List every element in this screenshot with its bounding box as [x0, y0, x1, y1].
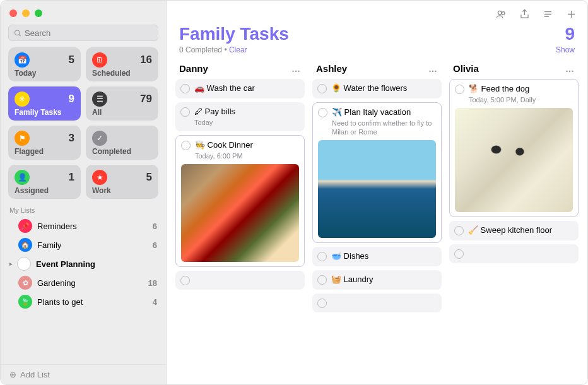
column-name: Danny	[179, 63, 208, 74]
task-item[interactable]: ✈️ Plan Italy vacationNeed to confirm wh…	[312, 102, 442, 243]
smart-list-scheduled[interactable]: 🗓16Scheduled	[86, 47, 158, 81]
list-event-planning[interactable]: ▸Event Planning	[1, 254, 166, 273]
list-name: Plants to get	[37, 297, 83, 307]
svg-line-1	[19, 34, 20, 35]
add-list-button[interactable]: ⊕ Add List	[1, 364, 166, 384]
main-content: Family Tasks 9 0 Completed • Clear Show …	[167, 1, 587, 384]
card-icon: ☰	[92, 92, 107, 107]
task-title: 🖊 Pay bills	[194, 107, 235, 117]
card-label: All	[92, 108, 152, 117]
task-checkbox[interactable]	[317, 252, 327, 261]
task-subtitle: Need to confirm whether to fly to Milan …	[332, 119, 436, 137]
card-icon: 📅	[15, 52, 30, 68]
task-checkbox[interactable]	[317, 275, 327, 285]
task-title: 🧹 Sweep kitchen floor	[468, 225, 552, 236]
column-more-button[interactable]: …	[291, 64, 301, 74]
new-task-placeholder[interactable]	[312, 293, 442, 312]
task-checkbox[interactable]	[180, 276, 190, 285]
task-subtitle: Today, 5:00 PM, Daily	[469, 95, 573, 104]
my-lists-header: My Lists	[1, 199, 166, 216]
smart-list-today[interactable]: 📅5Today	[8, 47, 81, 81]
lists-container: 📌Reminders6🏠Family6▸Event Planning✿Garde…	[1, 216, 166, 364]
list-reminders[interactable]: 📌Reminders6	[1, 216, 166, 235]
chevron-right-icon: ▸	[9, 261, 16, 267]
card-label: Family Tasks	[15, 108, 74, 117]
smart-list-assigned[interactable]: 👤1Assigned	[8, 165, 81, 199]
search-field[interactable]	[8, 25, 158, 41]
list-icon: 📌	[18, 219, 32, 233]
card-count: 9	[69, 93, 74, 105]
task-checkbox[interactable]	[454, 226, 464, 235]
task-image	[318, 140, 436, 238]
task-checkbox[interactable]	[180, 84, 190, 93]
task-item[interactable]: 🥣 Dishes	[312, 247, 442, 266]
card-count: 3	[69, 132, 74, 145]
share-icon[interactable]	[519, 8, 531, 20]
column-olivia: Olivia…🐕 Feed the dogToday, 5:00 PM, Dai…	[449, 61, 579, 384]
task-item[interactable]: 🐕 Feed the dogToday, 5:00 PM, Daily	[449, 79, 579, 217]
add-reminder-icon[interactable]	[565, 8, 577, 20]
task-item[interactable]: 🧑‍🍳 Cook DinnerToday, 6:00 PM	[175, 135, 305, 267]
add-list-label: Add List	[20, 370, 50, 379]
card-count: 79	[140, 93, 152, 105]
task-checkbox[interactable]	[180, 107, 190, 117]
new-task-placeholder[interactable]	[449, 244, 579, 263]
group-icon	[17, 257, 31, 271]
new-task-placeholder[interactable]	[175, 271, 305, 290]
card-count: 5	[146, 171, 152, 184]
card-icon: 👤	[15, 170, 30, 185]
smart-list-completed[interactable]: ✓Completed	[86, 126, 158, 160]
minimize-window-button[interactable]	[22, 9, 30, 17]
task-checkbox[interactable]	[317, 299, 327, 308]
card-label: Completed	[92, 147, 152, 156]
task-checkbox[interactable]	[317, 84, 327, 93]
task-title: 🚗 Wash the car	[194, 83, 255, 94]
task-checkbox[interactable]	[181, 141, 191, 150]
toolbar	[167, 1, 587, 21]
list-plants-to-get[interactable]: 🍃Plants to get4	[1, 292, 166, 311]
view-options-icon[interactable]	[542, 8, 554, 20]
columns-container: Danny…🚗 Wash the car🖊 Pay billsToday🧑‍🍳 …	[167, 61, 587, 384]
column-more-button[interactable]: …	[428, 64, 438, 74]
card-label: Assigned	[15, 186, 74, 195]
task-item[interactable]: 🌻 Water the flowers	[312, 79, 442, 98]
completed-count: 0 Completed	[179, 45, 222, 54]
task-title: 🧺 Laundry	[331, 275, 373, 285]
task-item[interactable]: 🖊 Pay billsToday	[175, 102, 305, 131]
task-title: 🥣 Dishes	[331, 251, 368, 262]
search-icon	[14, 29, 21, 37]
search-input[interactable]	[25, 28, 153, 38]
list-count: 9	[565, 24, 575, 44]
sidebar: 📅5Today🗓16Scheduled✳9Family Tasks☰79All⚑…	[1, 1, 167, 384]
smart-list-flagged[interactable]: ⚑3Flagged	[8, 126, 81, 160]
show-button[interactable]: Show	[556, 45, 575, 54]
column-header: Olivia…	[449, 61, 579, 79]
task-checkbox[interactable]	[454, 249, 464, 259]
task-item[interactable]: 🧹 Sweep kitchen floor	[449, 221, 579, 240]
card-icon: ✳	[15, 92, 30, 107]
task-item[interactable]: 🚗 Wash the car	[175, 79, 305, 98]
smart-list-work[interactable]: ★5Work	[86, 165, 158, 199]
column-more-button[interactable]: …	[565, 64, 575, 74]
card-count: 5	[69, 54, 74, 66]
card-count: 16	[140, 54, 152, 66]
fullscreen-window-button[interactable]	[35, 9, 42, 17]
task-image	[455, 108, 573, 212]
task-title: 🧑‍🍳 Cook Dinner	[195, 140, 253, 151]
task-item[interactable]: 🧺 Laundry	[312, 270, 442, 290]
list-count: 6	[153, 222, 157, 231]
column-name: Olivia	[453, 63, 479, 74]
collaborate-icon[interactable]	[495, 8, 507, 20]
close-window-button[interactable]	[9, 9, 17, 17]
task-checkbox[interactable]	[455, 85, 464, 94]
list-family[interactable]: 🏠Family6	[1, 235, 166, 254]
card-icon: ✓	[92, 131, 107, 146]
smart-list-family-tasks[interactable]: ✳9Family Tasks	[8, 86, 81, 121]
task-checkbox[interactable]	[318, 108, 327, 117]
clear-button[interactable]: Clear	[229, 45, 247, 54]
card-label: Work	[92, 186, 152, 195]
card-icon: 🗓	[92, 52, 107, 68]
card-count: 1	[69, 171, 74, 184]
smart-list-all[interactable]: ☰79All	[86, 86, 158, 121]
list-gardening[interactable]: ✿Gardening18	[1, 273, 166, 292]
